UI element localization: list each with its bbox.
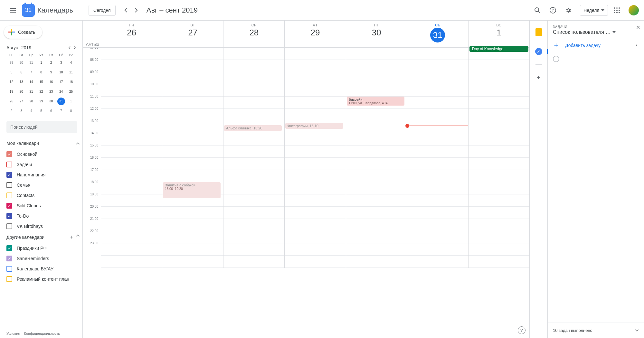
add-task-button[interactable]: + Добавить задачу ⋮ (548, 38, 644, 52)
hour-cell[interactable] (223, 219, 284, 231)
hour-cell[interactable] (346, 256, 407, 268)
mini-day[interactable]: 31 (27, 59, 35, 67)
day-header[interactable]: ПТ30 (346, 21, 407, 47)
calendar-checkbox[interactable]: ✓ (6, 256, 12, 261)
hour-cell[interactable] (469, 158, 529, 170)
hour-cell[interactable] (407, 60, 468, 72)
hour-cell[interactable] (469, 182, 529, 194)
hour-cell[interactable] (407, 133, 468, 146)
calendar-item[interactable]: ✓Solit Clouds (6, 201, 80, 211)
hour-cell[interactable] (223, 170, 284, 182)
mini-day[interactable]: 6 (17, 69, 25, 76)
calendar-checkbox[interactable]: ✓ (6, 203, 12, 209)
mini-day[interactable]: 2 (47, 59, 55, 67)
hour-cell[interactable] (162, 97, 223, 109)
day-column[interactable]: Альфа клиника, 13:20 (223, 48, 284, 268)
hour-cell[interactable] (101, 60, 162, 72)
hour-cell[interactable] (101, 146, 162, 158)
day-column[interactable] (101, 48, 162, 268)
mini-day[interactable]: 12 (7, 78, 15, 86)
calendar-item[interactable]: ✓Праздники РФ (6, 243, 80, 253)
hour-cell[interactable] (346, 207, 407, 219)
calendar-checkbox[interactable] (6, 276, 12, 282)
mini-day[interactable]: 10 (57, 69, 65, 76)
hour-cell[interactable] (101, 158, 162, 170)
mini-day[interactable]: 20 (17, 88, 25, 96)
hour-cell[interactable] (223, 109, 284, 121)
hour-cell[interactable] (162, 121, 223, 133)
calendar-item[interactable]: ✓Напоминания (6, 170, 80, 180)
hour-cell[interactable] (407, 182, 468, 194)
create-button[interactable]: Создать (4, 26, 42, 39)
tasks-completed-toggle[interactable]: 10 задач выполнено (548, 323, 644, 338)
hour-cell[interactable] (469, 231, 529, 243)
calendar-item[interactable]: Задачи (6, 159, 80, 170)
hour-cell[interactable] (162, 243, 223, 256)
hour-cell[interactable] (469, 60, 529, 72)
calendar-checkbox[interactable] (6, 223, 12, 229)
hour-cell[interactable] (223, 158, 284, 170)
close-tasks-button[interactable]: ✕ (636, 24, 640, 31)
calendar-checkbox[interactable] (6, 162, 12, 167)
mini-day[interactable]: 11 (67, 69, 75, 76)
day-column[interactable] (468, 48, 529, 268)
mini-day[interactable]: 31 (57, 98, 65, 105)
hour-cell[interactable] (346, 84, 407, 97)
mini-day[interactable]: 3 (17, 107, 25, 115)
day-header[interactable]: ВС1Day of Knowledge (468, 21, 529, 47)
mini-day[interactable]: 21 (27, 88, 35, 96)
rail-add-button[interactable]: + (532, 71, 545, 84)
account-avatar[interactable] (629, 5, 639, 15)
hour-cell[interactable] (407, 109, 468, 121)
hour-cell[interactable] (162, 158, 223, 170)
hour-cell[interactable] (162, 256, 223, 268)
event[interactable]: Альфа клиника, 13:20 (224, 125, 282, 131)
calendar-item[interactable]: Календарь ВУ/АУ (6, 264, 80, 274)
hour-cell[interactable] (407, 158, 468, 170)
hour-cell[interactable] (223, 133, 284, 146)
hour-cell[interactable] (162, 109, 223, 121)
hour-cell[interactable] (101, 72, 162, 84)
task-radio[interactable] (553, 56, 559, 62)
hour-cell[interactable] (162, 231, 223, 243)
today-button[interactable]: Сегодня (89, 5, 116, 16)
hour-cell[interactable] (346, 243, 407, 256)
main-menu-button[interactable] (5, 3, 21, 18)
view-selector[interactable]: Неделя (580, 5, 608, 16)
hour-cell[interactable] (346, 72, 407, 84)
hour-cell[interactable] (162, 72, 223, 84)
rail-tasks[interactable]: ✓ (532, 45, 545, 58)
hour-cell[interactable] (101, 207, 162, 219)
calendar-item[interactable]: ✓Основной (6, 149, 80, 159)
calendar-checkbox[interactable] (6, 266, 12, 272)
hour-cell[interactable] (469, 194, 529, 207)
hour-cell[interactable] (162, 170, 223, 182)
mini-day[interactable]: 29 (7, 59, 15, 67)
mini-day[interactable]: 9 (47, 69, 55, 76)
mini-next-button[interactable] (73, 46, 76, 49)
hour-cell[interactable] (346, 121, 407, 133)
hour-cell[interactable] (346, 109, 407, 121)
calendar-item[interactable]: ✓SaneReminders (6, 253, 80, 264)
mini-day[interactable]: 4 (67, 59, 75, 67)
hour-cell[interactable] (407, 207, 468, 219)
mini-day[interactable]: 14 (27, 78, 35, 86)
help-badge[interactable]: ? (518, 326, 526, 334)
hour-cell[interactable] (223, 72, 284, 84)
calendar-checkbox[interactable] (6, 182, 12, 188)
hour-cell[interactable] (101, 182, 162, 194)
hour-cell[interactable] (101, 256, 162, 268)
mini-day[interactable]: 27 (17, 98, 25, 105)
hour-cell[interactable] (469, 170, 529, 182)
mini-day[interactable]: 4 (27, 107, 35, 115)
task-item[interactable] (548, 52, 644, 65)
hour-cell[interactable] (346, 48, 407, 60)
day-header[interactable]: ПН26 (101, 21, 162, 47)
hour-cell[interactable] (101, 231, 162, 243)
hour-cell[interactable] (285, 133, 346, 146)
day-header[interactable]: СБ31 (407, 21, 468, 47)
day-column[interactable]: Бассейн11:00, ул. Свердлова, 49А (346, 48, 407, 268)
hour-cell[interactable] (101, 109, 162, 121)
calendar-checkbox[interactable]: ✓ (6, 245, 12, 251)
hour-cell[interactable] (285, 158, 346, 170)
